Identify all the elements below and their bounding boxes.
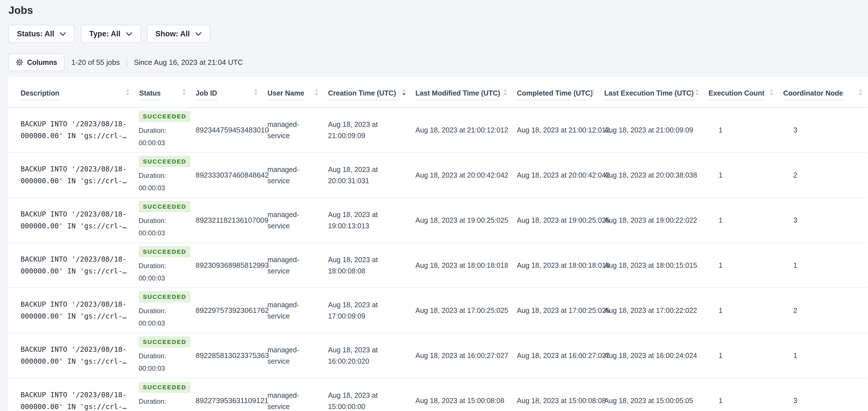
coordinator-node: 3 [779,198,867,243]
job-description-link[interactable]: BACKUP INTO '/2023/08/18-000000.00' IN '… [21,118,133,142]
last-execution-time: Aug 18, 2023 at 21:00:09:09 [600,108,704,152]
creation-time: Aug 18, 2023 at 20:00:31:031 [328,164,399,186]
user-name: managed-service [268,254,313,276]
last-modified-time: Aug 18, 2023 at 16:00:27:027 [411,333,513,378]
last-modified-time: Aug 18, 2023 at 21:00:12:012 [411,108,513,152]
jobs-range-text: 1-20 of 55 jobs [71,58,120,67]
since-text: Since Aug 16, 2023 at 21:04 UTC [134,58,243,67]
last-execution-time: Aug 18, 2023 at 18:00:15:015 [600,243,704,288]
table-row: BACKUP INTO '/2023/08/18-000000.00' IN '… [8,198,867,243]
gear-icon [16,59,23,66]
type-filter-label: Type: All [89,30,121,38]
sort-carets-icon [591,89,595,96]
job-description-link[interactable]: BACKUP INTO '/2023/08/18-000000.00' IN '… [21,163,133,187]
column-header-label: Execution Count [709,89,765,100]
coordinator-node: 1 [779,243,867,288]
sort-carets-icon [314,89,318,96]
job-description-link[interactable]: BACKUP INTO '/2023/08/18-000000.00' IN '… [21,208,133,232]
completed-time: Aug 18, 2023 at 18:00:18:018 [513,243,600,288]
duration-value: 00:00:03 [138,408,191,411]
duration-value: 00:00:03 [138,227,191,239]
sort-carets-icon [254,89,258,96]
creation-time: Aug 18, 2023 at 17:00:09:09 [328,299,399,322]
sort-carets-icon [859,89,862,96]
last-execution-time: Aug 18, 2023 at 19:00:22:022 [600,198,704,243]
filters-bar: Status: All Type: All Show: All [8,25,868,43]
table-row: BACKUP INTO '/2023/08/18-000000.00' IN '… [8,333,867,378]
duration-label: Duration: [138,395,191,408]
completed-time: Aug 18, 2023 at 20:00:42:042 [513,152,600,198]
jobs-toolbar: Columns 1-20 of 55 jobs Since Aug 16, 20… [8,54,868,71]
table-header-row: Description Status Job ID User Name Crea… [8,77,867,108]
job-description-link[interactable]: BACKUP INTO '/2023/08/18-000000.00' IN '… [21,254,133,277]
chevron-down-icon [126,32,132,36]
coordinator-node: 1 [779,333,867,378]
duration-value: 00:00:03 [138,182,191,194]
sort-carets-icon [770,89,774,96]
sort-carets-icon [503,89,507,96]
user-name: managed-service [268,389,313,411]
column-header[interactable]: Coordinator Node [779,77,867,108]
duration-label: Duration: [138,260,191,272]
last-modified-time: Aug 18, 2023 at 19:00:25:025 [411,198,513,243]
job-description-link[interactable]: BACKUP INTO '/2023/08/18-000000.00' IN '… [21,389,133,411]
column-header[interactable]: Description [8,77,135,108]
column-header[interactable]: Last Modified Time (UTC) [411,77,513,108]
user-name: managed-service [268,119,313,141]
last-modified-time: Aug 18, 2023 at 20:00:42:042 [411,152,513,198]
duration-label: Duration: [138,350,191,362]
completed-time: Aug 18, 2023 at 21:00:12:012 [513,108,600,152]
status-badge: SUCCEEDED [138,246,190,257]
columns-button[interactable]: Columns [8,54,65,71]
creation-time: Aug 18, 2023 at 21:00:09:09 [328,119,399,141]
status-filter-label: Status: All [17,30,54,38]
page-title: Jobs [8,4,868,16]
duration-label: Duration: [138,169,191,182]
status-filter-dropdown[interactable]: Status: All [8,25,75,43]
column-header-label: Last Execution Time (UTC) [604,89,694,100]
creation-time: Aug 18, 2023 at 18:00:08:08 [328,254,399,276]
toolbar-divider [127,58,127,67]
column-header-label: Description [21,89,59,100]
creation-time: Aug 18, 2023 at 16:00:20:020 [328,344,399,367]
column-header[interactable]: User Name [263,77,323,108]
user-name: managed-service [268,344,313,367]
table-row: BACKUP INTO '/2023/08/18-000000.00' IN '… [8,152,867,198]
type-filter-dropdown[interactable]: Type: All [81,25,141,43]
execution-count: 1 [704,108,779,152]
completed-time: Aug 18, 2023 at 17:00:25:025 [513,288,600,333]
columns-button-label: Columns [27,58,57,66]
duration-value: 00:00:03 [138,137,191,149]
column-header[interactable]: Creation Time (UTC) [323,77,411,108]
column-header[interactable]: Job ID [191,77,263,108]
show-filter-dropdown[interactable]: Show: All [147,25,210,43]
user-name: managed-service [268,299,313,322]
status-badge: SUCCEEDED [138,336,190,348]
execution-count: 1 [704,198,779,243]
jobs-page: { "page": { "title": "Jobs" }, "filters"… [0,0,868,411]
last-modified-time: Aug 18, 2023 at 17:00:25:025 [411,288,513,333]
column-header[interactable]: Status [135,77,191,108]
column-header[interactable]: Last Execution Time (UTC) [600,77,704,108]
column-header-label: User Name [268,89,304,100]
job-description-link[interactable]: BACKUP INTO '/2023/08/18-000000.00' IN '… [21,344,133,367]
sort-carets-icon [695,89,699,96]
last-execution-time: Aug 18, 2023 at 17:00:22:022 [600,288,704,333]
status-badge: SUCCEEDED [138,201,190,212]
show-filter-label: Show: All [156,30,190,38]
job-description-link[interactable]: BACKUP INTO '/2023/08/18-000000.00' IN '… [21,298,133,322]
table-row: BACKUP INTO '/2023/08/18-000000.00' IN '… [8,378,867,411]
jobs-table: Description Status Job ID User Name Crea… [8,77,867,411]
chevron-down-icon [195,32,202,36]
column-header[interactable]: Completed Time (UTC) [513,77,600,108]
completed-time: Aug 18, 2023 at 19:00:25:025 [513,198,600,243]
column-header-label: Job ID [195,89,217,100]
job-id: 892344759453483010 [191,108,263,152]
table-body: BACKUP INTO '/2023/08/18-000000.00' IN '… [8,108,867,411]
duration-label: Duration: [138,214,191,227]
status-badge: SUCCEEDED [138,291,190,302]
table-row: BACKUP INTO '/2023/08/18-000000.00' IN '… [8,243,867,288]
column-header[interactable]: Execution Count [704,77,779,108]
column-header-label: Creation Time (UTC) [328,89,396,100]
jobs-page-content: Jobs Status: All Type: All Show: All [0,0,868,411]
